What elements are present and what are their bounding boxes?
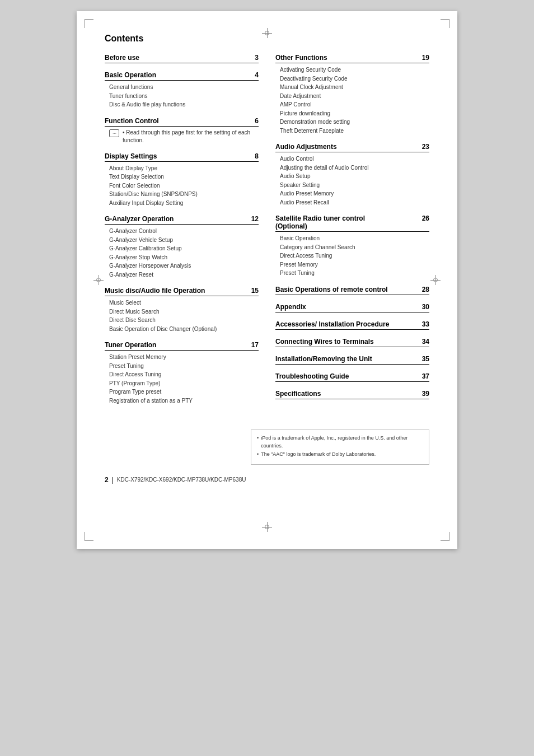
section-header-tuner-operation: Tuner Operation 17 (105, 341, 259, 351)
section-page-audio-adjustments: 23 (418, 143, 429, 151)
list-item: Disc & Audio file play functions (109, 100, 259, 109)
section-header-other-functions: Other Functions 19 (275, 54, 429, 63)
section-accessories: Accessories/ Installation Procedure 33 (275, 320, 429, 330)
section-header-g-analyzer: G-Analyzer Operation 12 (105, 215, 259, 225)
list-item: Preset Memory (280, 260, 429, 269)
sub-items-tuner-operation: Station Preset Memory Preset Tuning Dire… (105, 353, 259, 405)
section-header-display-settings: Display Settings 8 (105, 152, 259, 162)
section-title-troubleshooting: Troubleshooting Guide (275, 372, 349, 380)
list-item: Preset Tuning (109, 362, 259, 371)
list-item: PTY (Program Type) (109, 379, 259, 388)
list-item: Auxiliary Input Display Setting (109, 199, 259, 208)
crosshair-bottom (262, 522, 272, 532)
section-g-analyzer: G-Analyzer Operation 12 G-Analyzer Contr… (105, 215, 259, 279)
corner-mark-bl (85, 532, 93, 541)
section-header-basic-ops-remote: Basic Operations of remote control 28 (275, 286, 429, 295)
list-item: G-Analyzer Reset (109, 270, 259, 279)
sub-items-display-settings: About Display Type Text Display Selectio… (105, 164, 259, 208)
list-item: Activating Security Code (280, 66, 429, 74)
section-title-audio-adjustments: Audio Adjustments (275, 143, 337, 151)
list-item: General functions (109, 83, 259, 92)
section-page-other-functions: 19 (418, 54, 429, 62)
footnote-text-1: iPod is a trademark of Apple, Inc., regi… (261, 435, 423, 450)
list-item: Audio Setup (280, 172, 429, 181)
list-item: AMP Control (280, 100, 429, 109)
list-item: Direct Access Tuning (280, 251, 429, 260)
toc-layout: Before use 3 Basic Operation 4 General f… (105, 54, 429, 413)
section-page-troubleshooting: 37 (418, 372, 429, 380)
corner-mark-tr (441, 19, 449, 28)
sub-items-audio-adjustments: Audio Control Adjusting the detail of Au… (275, 155, 429, 207)
section-page-installation: 35 (418, 355, 429, 363)
list-item: Manual Clock Adjustment (280, 83, 429, 92)
list-item: Date Adjustment (280, 92, 429, 101)
section-function-control: Function Control 6 ⋯ • Read through this… (105, 117, 259, 144)
footnote-item-2: • The "AAC" logo is trademark of Dolby L… (257, 451, 423, 459)
list-item: Font Color Selection (109, 181, 259, 190)
sub-items-g-analyzer: G-Analyzer Control G-Analyzer Vehicle Se… (105, 227, 259, 279)
sub-items-music-disc: Music Select Direct Music Search Direct … (105, 298, 259, 333)
section-connecting-wires: Connecting Wires to Terminals 34 (275, 338, 429, 347)
section-audio-adjustments: Audio Adjustments 23 Audio Control Adjus… (275, 143, 429, 207)
footer-section: • iPod is a trademark of Apple, Inc., re… (105, 430, 429, 484)
section-page-basic-ops-remote: 28 (418, 286, 429, 293)
footnote-item-1: • iPod is a trademark of Apple, Inc., re… (257, 435, 423, 450)
section-header-accessories: Accessories/ Installation Procedure 33 (275, 320, 429, 330)
section-header-basic-operation: Basic Operation 4 (105, 71, 259, 81)
list-item: Basic Operation (280, 234, 429, 243)
section-other-functions: Other Functions 19 Activating Security C… (275, 54, 429, 135)
section-header-music-disc: Music disc/Audio file Operation 15 (105, 287, 259, 296)
list-item: Direct Music Search (109, 307, 259, 316)
list-item: Station Preset Memory (109, 353, 259, 362)
section-page-connecting-wires: 34 (418, 338, 429, 346)
list-item: Demonstration mode setting (280, 118, 429, 127)
section-header-specifications: Specifications 39 (275, 390, 429, 399)
section-specifications: Specifications 39 (275, 390, 429, 399)
list-item: G-Analyzer Control (109, 227, 259, 236)
corner-mark-tl (85, 19, 93, 28)
list-item: Direct Access Tuning (109, 370, 259, 379)
crosshair-top (262, 28, 272, 38)
section-header-before-use: Before use 3 (105, 54, 259, 63)
section-page-display-settings: 8 (247, 152, 259, 160)
footnote-bullet-2: • (257, 451, 259, 459)
list-item: Basic Operation of Disc Changer (Optiona… (109, 325, 259, 334)
section-basic-ops-remote: Basic Operations of remote control 28 (275, 286, 429, 295)
section-basic-operation: Basic Operation 4 General functions Tune… (105, 71, 259, 109)
section-troubleshooting: Troubleshooting Guide 37 (275, 372, 429, 382)
section-before-use: Before use 3 (105, 54, 259, 63)
section-title-basic-operation: Basic Operation (105, 71, 156, 79)
section-header-function-control: Function Control 6 (105, 117, 259, 127)
footnote-bullet-1: • (257, 435, 259, 450)
list-item: G-Analyzer Calibration Setup (109, 244, 259, 253)
section-title-music-disc: Music disc/Audio file Operation (105, 287, 205, 295)
list-item: G-Analyzer Horsepower Analysis (109, 262, 259, 270)
section-header-troubleshooting: Troubleshooting Guide 37 (275, 372, 429, 382)
section-page-specifications: 39 (418, 390, 429, 398)
list-item: Picture downloading (280, 109, 429, 118)
section-title-satellite-radio: Satellite Radio tuner control(Optional) (275, 214, 365, 230)
page-number-line: 2 | KDC-X792/KDC-X692/KDC-MP738U/KDC-MP6… (105, 476, 429, 484)
page-number: 2 (105, 476, 109, 484)
section-page-g-analyzer: 12 (247, 215, 259, 223)
section-title-other-functions: Other Functions (275, 54, 327, 62)
section-header-audio-adjustments: Audio Adjustments 23 (275, 143, 429, 152)
section-title-before-use: Before use (105, 54, 139, 62)
list-item: Direct Disc Search (109, 316, 259, 325)
section-page-accessories: 33 (418, 320, 429, 328)
list-item: About Display Type (109, 164, 259, 173)
page: Contents Before use 3 Basic Operation 4 … (77, 11, 457, 549)
footnote-text-2: The "AAC" logo is trademark of Dolby Lab… (261, 451, 376, 459)
section-installation: Installation/Removing the Unit 35 (275, 355, 429, 365)
crosshair-left (93, 275, 104, 285)
sub-items-basic-operation: General functions Tuner functions Disc &… (105, 83, 259, 109)
page-separator: | (112, 476, 114, 484)
function-control-note: ⋯ • Read through this page first for the… (105, 129, 259, 144)
crosshair-right (430, 275, 441, 285)
section-page-basic-operation: 4 (247, 71, 259, 79)
section-page-before-use: 3 (247, 54, 259, 62)
list-item: G-Analyzer Vehicle Setup (109, 236, 259, 245)
model-text: KDC-X792/KDC-X692/KDC-MP738U/KDC-MP638U (117, 477, 246, 483)
section-title-function-control: Function Control (105, 117, 159, 125)
section-page-satellite-radio: 26 (418, 214, 429, 222)
